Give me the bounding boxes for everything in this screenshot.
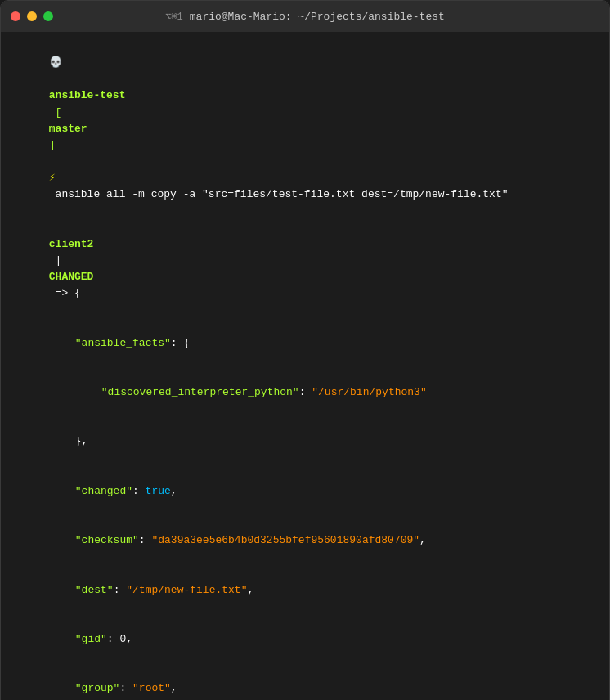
command-1: ansible all -m copy -a "src=files/test-f… <box>49 188 509 200</box>
prompt-line-1: 💀 ansible-test [ master ] ⚡ ansible all … <box>11 38 599 220</box>
minimize-button[interactable] <box>27 11 37 21</box>
terminal-body[interactable]: 💀 ansible-test [ master ] ⚡ ansible all … <box>1 32 609 700</box>
client2-header: client2 | CHANGED => { <box>11 220 599 319</box>
bracket-close-1: ] <box>49 139 56 151</box>
window-title: mario@Mac-Mario: ~/Projects/ansible-test <box>190 11 445 23</box>
spacer2 <box>49 155 56 168</box>
group-key-2: "group": "root", <box>11 664 599 700</box>
prompt-name-1: ansible-test <box>49 89 126 101</box>
checksum-key-2: "checksum": "da39a3ee5e6b4b0d3255bfef956… <box>11 516 599 565</box>
facts-close-2: }, <box>11 417 599 466</box>
title-bar: ⌥⌘1 mario@Mac-Mario: ~/Projects/ansible-… <box>1 1 609 32</box>
maximize-button[interactable] <box>43 11 53 21</box>
bracket-open-1: [ <box>49 106 62 119</box>
changed-key-2: "changed": true, <box>11 467 599 516</box>
skull-icon-1: 💀 <box>49 56 62 69</box>
branch-1: master <box>49 123 87 135</box>
bolt-icon-1: ⚡ <box>49 172 56 184</box>
pipe-1: | <box>49 254 68 267</box>
spacer <box>49 73 56 85</box>
client2-status: CHANGED <box>49 271 94 283</box>
client2-host: client2 <box>49 238 94 250</box>
shortcut-label: ⌥⌘1 <box>165 11 183 23</box>
discovered-interpreter-2: "discovered_interpreter_python": "/usr/b… <box>11 368 599 417</box>
traffic-lights <box>11 11 53 21</box>
arrow-1: => { <box>49 287 81 299</box>
title-bar-center: ⌥⌘1 mario@Mac-Mario: ~/Projects/ansible-… <box>165 11 445 23</box>
terminal-window: ⌥⌘1 mario@Mac-Mario: ~/Projects/ansible-… <box>0 0 610 700</box>
close-button[interactable] <box>11 11 20 21</box>
gid-key-2: "gid": 0, <box>11 615 599 664</box>
dest-key-2: "dest": "/tmp/new-file.txt", <box>11 566 599 615</box>
ansible-facts-key-2: "ansible_facts": { <box>11 318 599 367</box>
